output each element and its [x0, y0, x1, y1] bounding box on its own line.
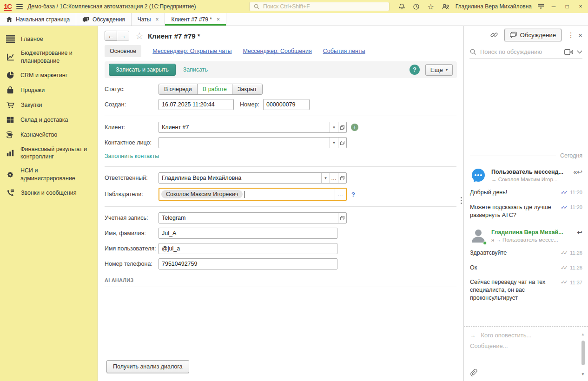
window-maximize-button[interactable]: □ [563, 3, 571, 10]
discussion-toggle-button[interactable]: Обсуждение [504, 29, 562, 41]
discussion-header: Обсуждение ⋮ × [464, 26, 588, 44]
watchers-field-focused[interactable]: Соколов Максим Игоревич ... [159, 188, 347, 201]
discussion-search-input[interactable] [480, 48, 561, 55]
sidebar-item-purchases[interactable]: Закупки [0, 98, 98, 112]
client-input[interactable] [159, 122, 330, 132]
scroll-up-icon[interactable]: ▲ [581, 332, 585, 336]
phone-input[interactable] [159, 258, 337, 269]
discussion-messages[interactable]: Сегодня Пользователь мессенд... «↩ → Сок… [464, 59, 584, 325]
favorite-star-icon[interactable]: ☆ [135, 30, 144, 41]
account-open-button[interactable] [338, 213, 346, 223]
tab-close-icon[interactable]: × [217, 16, 220, 23]
back-button[interactable]: ← [105, 31, 117, 41]
sidebar-item-main[interactable]: Главное [0, 32, 98, 46]
grid-boxes-icon [6, 116, 14, 124]
sidebar-item-sales[interactable]: Продажи [0, 83, 98, 98]
panel-menu-icon[interactable]: ⋮ [568, 31, 572, 39]
nav-link-messages[interactable]: Мессенджер: Сообщения [243, 48, 312, 54]
settings-icon[interactable]: ▾ [538, 4, 544, 9]
tab-chats[interactable]: Чаты × [132, 13, 165, 26]
status-option-queue[interactable]: В очереди [159, 84, 198, 95]
responsible-open-button[interactable] [338, 173, 346, 183]
sidebar-item-warehouse[interactable]: Склад и доставка [0, 112, 98, 127]
panel-resize-handle[interactable] [461, 197, 462, 204]
history-icon[interactable] [412, 2, 421, 11]
save-close-button[interactable]: Записать и закрыть [109, 64, 176, 76]
tab-client-79[interactable]: Клиент #7 #79 * × [165, 13, 226, 26]
responsible-input[interactable] [159, 173, 321, 183]
planning-chart-icon [6, 53, 15, 61]
reply-icon[interactable]: «↩ [573, 169, 582, 175]
tab-close-icon[interactable]: × [155, 16, 159, 23]
contact-dropdown-button[interactable]: ▾ [330, 138, 338, 148]
nav-link-open-chats[interactable]: Мессенджер: Открытые чаты [152, 48, 231, 54]
help-button[interactable]: ? [410, 65, 420, 75]
scroll-down-icon[interactable]: ▼ [581, 372, 585, 376]
watchers-help-link[interactable]: ? [351, 191, 355, 198]
tab-discussions[interactable]: Обсуждения [76, 13, 132, 26]
window-minimize-button[interactable]: ─ [550, 3, 557, 10]
sender-name[interactable]: Пользователь мессенд... [491, 169, 563, 175]
watchers-choose-button[interactable]: ... [335, 189, 346, 200]
status-option-inwork[interactable]: В работе [197, 84, 232, 95]
add-client-button[interactable]: + [351, 124, 358, 131]
fullname-input[interactable] [159, 228, 337, 239]
number-input[interactable] [263, 99, 310, 110]
sidebar-item-calls[interactable]: Звонки и сообщения [0, 185, 98, 200]
sidebar-item-admin[interactable]: НСИ и администрирование [0, 164, 98, 185]
get-dialog-analysis-button[interactable]: Получить анализ диалога [106, 360, 189, 373]
messenger-avatar-icon [470, 167, 487, 184]
chat-message: Здравтсвуйте ✓✓11:26 [470, 249, 582, 257]
attach-file-icon[interactable] [469, 368, 477, 378]
favorites-star-icon[interactable]: ☆ [427, 2, 435, 11]
tab-home[interactable]: Начальная страница [0, 13, 76, 26]
current-user-name[interactable]: Гладилина Вера Михайловна [456, 3, 532, 10]
notify-input[interactable] [481, 332, 576, 339]
responsible-dropdown-button[interactable]: ▾ [321, 173, 330, 183]
scrollbar-thumb[interactable] [581, 341, 585, 365]
sidebar-item-finresult[interactable]: Финансовый результат и контроллинг [0, 142, 98, 164]
contact-input[interactable] [159, 138, 330, 148]
compose-area: → ▲ ▼ [464, 326, 588, 381]
online-status-dot [483, 241, 487, 245]
forward-button[interactable]: → [117, 31, 129, 41]
tab-label: Начальная страница [16, 16, 70, 23]
nav-tab-main[interactable]: Основное [105, 45, 141, 57]
contact-open-button[interactable] [338, 138, 346, 148]
sender-name[interactable]: Гладилина Вера Михай... [491, 229, 563, 236]
global-search-input[interactable] [263, 3, 386, 10]
main-menu-icon[interactable] [16, 4, 23, 9]
window-close-button[interactable]: × [577, 3, 584, 10]
sidebar-item-treasury[interactable]: Казначейство [0, 127, 98, 142]
link-icon[interactable] [490, 31, 498, 39]
status-option-closed[interactable]: Закрыт [232, 84, 263, 95]
chevron-down-icon[interactable] [577, 50, 582, 54]
message-input[interactable] [470, 342, 576, 349]
functions-users-icon[interactable] [441, 2, 449, 11]
nav-link-feed-events[interactable]: События ленты [323, 48, 365, 54]
more-button[interactable]: Еще ▾ [425, 64, 453, 76]
form-title: Клиент #7 #79 * [148, 32, 200, 40]
reply-icon[interactable]: ↩ [577, 230, 582, 235]
account-label: Учетная запись: [105, 215, 159, 221]
video-call-icon[interactable] [564, 49, 573, 55]
responsible-choose-button[interactable]: ... [330, 173, 338, 183]
client-dropdown-button[interactable]: ▾ [330, 122, 338, 132]
fill-contacts-link[interactable]: Заполнить контакты [105, 153, 159, 159]
home-icon [6, 16, 13, 22]
global-search[interactable] [249, 2, 390, 11]
save-button[interactable]: Записать [183, 66, 208, 73]
chat-outline-icon [510, 32, 517, 38]
notifications-bell-icon[interactable] [398, 2, 406, 11]
chat-bubbles-icon [82, 16, 89, 23]
message-time: 11:20 [570, 189, 582, 196]
client-open-button[interactable] [338, 122, 346, 132]
sidebar-item-budgeting[interactable]: Бюджетирование и планирование [0, 46, 98, 68]
username-input[interactable] [159, 243, 337, 254]
panel-close-icon[interactable]: × [578, 31, 582, 39]
sidebar-item-crm[interactable]: CRM и маркетинг [0, 68, 98, 83]
watcher-tag[interactable]: Соколов Максим Игоревич [161, 190, 243, 198]
account-input[interactable] [159, 213, 338, 223]
created-input[interactable] [159, 99, 234, 110]
client-field: ▾ [159, 122, 347, 133]
